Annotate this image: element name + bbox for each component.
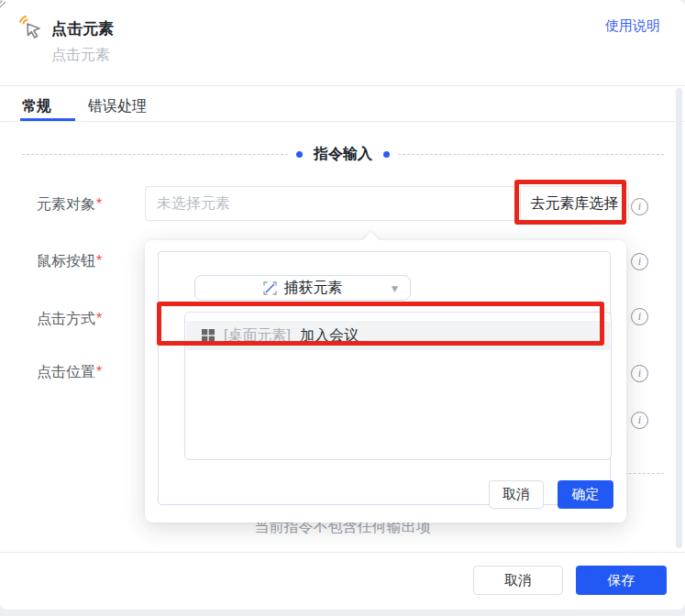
- dot-icon: [383, 151, 390, 158]
- field-label-click-mode: 点击方式*: [37, 310, 102, 329]
- element-list: [桌面元素] 加入会议: [184, 312, 612, 460]
- dashed-line: [398, 154, 664, 155]
- element-type-tag: [桌面元素]: [224, 326, 291, 346]
- info-icon[interactable]: i: [631, 198, 648, 215]
- required-mark: *: [96, 253, 102, 269]
- field-label-mouse-button: 鼠标按钮*: [37, 252, 102, 271]
- tab-error-handling[interactable]: 错误处理: [88, 97, 147, 116]
- input-section-divider: 指令输入: [22, 145, 664, 163]
- windows-icon: [202, 329, 215, 342]
- input-section-label: 指令输入: [311, 145, 375, 164]
- info-icon[interactable]: i: [631, 412, 648, 429]
- dashed-line: [22, 154, 288, 155]
- capture-icon: [263, 281, 277, 295]
- header-divider: [0, 85, 685, 86]
- popup-cancel-button[interactable]: 取消: [489, 480, 544, 509]
- scrollbar[interactable]: [676, 88, 682, 548]
- screen: 点击元素 点击元素 使用说明 常规 错误处理 指令输入 元素对象* 鼠标按钮* …: [0, 0, 685, 616]
- popup-confirm-button[interactable]: 确定: [558, 480, 613, 509]
- element-name: 加入会议: [300, 326, 359, 346]
- info-icon[interactable]: i: [631, 253, 648, 270]
- footer-divider: [0, 552, 685, 553]
- tab-general[interactable]: 常规: [22, 97, 51, 116]
- required-mark: *: [96, 196, 102, 212]
- page-title: 点击元素: [51, 18, 114, 39]
- capture-element-label: 捕获元素: [284, 279, 343, 298]
- field-label-element: 元素对象*: [37, 195, 102, 214]
- cancel-button[interactable]: 取消: [473, 566, 563, 595]
- click-cursor-icon: [17, 13, 44, 40]
- element-target-input[interactable]: [145, 186, 518, 221]
- element-library-button[interactable]: 去元素库选择: [520, 186, 629, 221]
- click-element-dialog: 点击元素 点击元素 使用说明 常规 错误处理 指令输入 元素对象* 鼠标按钮* …: [0, 0, 685, 610]
- tabs-divider: [0, 121, 685, 122]
- element-list-item[interactable]: [桌面元素] 加入会议: [186, 321, 610, 350]
- popup-inner-panel: 捕获元素 ▼ [桌面元素] 加入会议 取消: [158, 251, 611, 505]
- corner-fragment-icon: [0, 0, 11, 11]
- capture-element-button[interactable]: 捕获元素 ▼: [194, 275, 411, 301]
- chevron-down-icon: ▼: [392, 284, 398, 293]
- popup-arrow: [362, 232, 379, 248]
- save-button[interactable]: 保存: [576, 566, 667, 595]
- info-icon[interactable]: i: [631, 308, 648, 325]
- required-mark: *: [96, 311, 102, 326]
- help-link[interactable]: 使用说明: [605, 17, 660, 35]
- dot-icon: [296, 151, 303, 158]
- page-subtitle: 点击元素: [51, 46, 110, 65]
- element-picker-popup: 捕获元素 ▼ [桌面元素] 加入会议 取消: [145, 240, 626, 522]
- info-icon[interactable]: i: [631, 365, 648, 382]
- required-mark: *: [96, 364, 102, 380]
- field-label-click-position: 点击位置*: [37, 363, 102, 382]
